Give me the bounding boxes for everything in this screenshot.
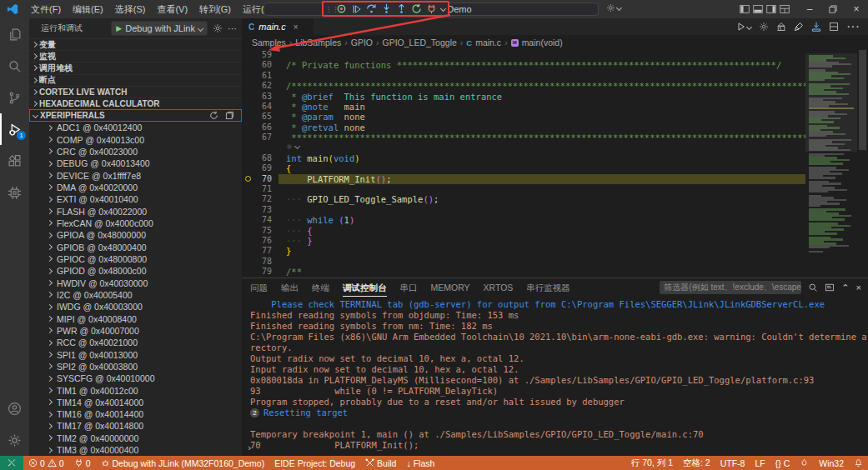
editor-more-actions[interactable]: ··· <box>846 19 860 34</box>
breadcrumb-file[interactable]: main.c <box>475 38 501 48</box>
code-line-63[interactable]: 63 * @brief This function is main entran… <box>242 92 805 102</box>
step-over-button[interactable] <box>364 3 379 15</box>
flash-download-icon[interactable] <box>811 22 821 32</box>
open-window-icon[interactable] <box>225 111 234 120</box>
remote-indicator[interactable]: ⤬ <box>0 456 23 470</box>
peripheral-item[interactable]: TIM16 @ 0x40014400 <box>29 408 242 420</box>
breadcrumb-item[interactable]: GPIO_LED_Toggle <box>383 38 457 48</box>
debug-console[interactable]: Please check TERMINAL tab (gdb-server) f… <box>242 297 868 456</box>
sidebar-more-actions[interactable]: ··· <box>228 23 237 33</box>
panel-tab-调试控制台[interactable]: 调试控制台 <box>343 278 387 297</box>
code-line-74[interactable]: 74··· while (1) <box>242 215 805 225</box>
section-变量[interactable]: 变量 <box>29 38 242 50</box>
code-line-69[interactable]: 69{ <box>242 163 805 173</box>
peripheral-item[interactable]: RCC @ 0x40021000 <box>29 337 242 348</box>
breadcrumb-symbol[interactable]: main(void) <box>522 38 563 48</box>
refresh-icon[interactable] <box>209 111 218 120</box>
toggle-panel-icon[interactable] <box>753 4 763 14</box>
restore-button[interactable] <box>821 0 845 18</box>
peripheral-item[interactable]: EXTI @ 0x40010400 <box>29 193 242 205</box>
task-gear-icon[interactable] <box>759 22 769 32</box>
panel-tab-串行监视器[interactable]: 串行监视器 <box>526 278 570 297</box>
console-input-prompt[interactable]: › <box>247 442 253 453</box>
peripheral-item[interactable]: TIM14 @ 0x40014000 <box>29 397 242 408</box>
maximize-panel-icon[interactable]: ⌃ <box>841 282 849 293</box>
clean-brush-icon[interactable] <box>794 22 804 32</box>
extensions-icon[interactable] <box>0 145 29 177</box>
run-or-debug-button[interactable] <box>736 22 751 32</box>
launch-settings-gear-icon[interactable] <box>213 23 223 33</box>
minimap[interactable] <box>805 50 857 278</box>
console-view-icon[interactable] <box>825 282 835 292</box>
peripheral-item[interactable]: TIM17 @ 0x40014800 <box>29 420 242 432</box>
panel-tab-XRTOS[interactable]: XRTOS <box>484 278 514 297</box>
section-CORTEX LIVE WATCH[interactable]: CORTEX LIVE WATCH <box>29 86 242 98</box>
section-监视[interactable]: 监视 <box>29 50 242 62</box>
code-line-76[interactable]: 76··· } <box>242 236 805 246</box>
peripheral-item[interactable]: SYSCFG @ 0x40010000 <box>29 372 242 384</box>
minimap-slider[interactable] <box>805 53 857 152</box>
panel-tab-MEMORY[interactable]: MEMORY <box>431 278 470 297</box>
peripheral-item[interactable]: TIM1 @ 0x40012c00 <box>29 384 242 396</box>
section-调用堆栈[interactable]: 调用堆栈 <box>29 62 242 73</box>
debug-config-dropdown[interactable]: ▶ Debug with JLink <box>111 21 208 36</box>
menu-编辑(E)[interactable]: 编辑(E) <box>67 0 109 18</box>
toggle-sidebar-icon[interactable] <box>740 4 750 14</box>
tab-main-c[interactable]: C main.c × <box>242 18 314 35</box>
breadcrumb-item[interactable]: LibSamples <box>295 38 341 48</box>
customize-layout-icon[interactable] <box>780 4 790 14</box>
panel-tab-串口[interactable]: 串口 <box>400 278 418 297</box>
code-line-67[interactable]: 67 *************************************… <box>242 132 805 142</box>
section-HEXADECIMAL CALCULATOR[interactable]: HEXADECIMAL CALCULATOR <box>29 98 242 109</box>
code-line-62[interactable]: 62/*************************************… <box>242 81 805 91</box>
code-line-77[interactable]: 77} <box>242 246 805 256</box>
code-line-64[interactable]: 64 * @note main <box>242 102 805 112</box>
peripheral-item[interactable]: HWDIV @ 0x40030000 <box>29 277 242 288</box>
code-line-61[interactable]: 61 <box>242 71 805 81</box>
menu-文件(F)[interactable]: 文件(F) <box>25 0 67 18</box>
peripheral-item[interactable]: GPIOD @ 0x48000c00 <box>29 265 242 277</box>
close-tab-icon[interactable]: × <box>294 22 299 32</box>
platform-status[interactable]: Win32 <box>814 456 849 470</box>
serial-port-status[interactable]: 0 <box>69 456 96 470</box>
start-debug-icon[interactable]: ▶ <box>116 24 122 32</box>
notifications-bell-icon[interactable] <box>849 456 868 470</box>
code-line-75[interactable]: 75··· { <box>242 226 805 236</box>
settings-gear-icon[interactable] <box>0 424 29 456</box>
code-line-60[interactable]: 60/* Private functions *****************… <box>242 60 805 70</box>
section-断点[interactable]: 断点 <box>29 74 242 86</box>
language-mode-status[interactable]: {} C <box>770 456 795 470</box>
debug-session-status[interactable]: Debug with JLink (MM32F0160_Demo) <box>96 456 270 470</box>
extension-flame-icon[interactable] <box>795 456 814 470</box>
breadcrumb-item[interactable]: GPIO <box>351 38 373 48</box>
eide-chip-icon[interactable] <box>0 177 29 208</box>
peripheral-item[interactable]: GPIOC @ 0x48000800 <box>29 253 242 265</box>
code-line-71[interactable]: 71 <box>242 184 805 194</box>
breadcrumb-path[interactable]: Samples›LibSamples›GPIO›GPIO_LED_Toggle› <box>252 38 463 48</box>
step-out-button[interactable] <box>394 3 409 15</box>
code-line-65[interactable]: 65 * @param none <box>242 112 805 122</box>
build-status-button[interactable]: Build <box>360 456 401 470</box>
disconnect-button[interactable] <box>424 3 439 15</box>
account-icon[interactable] <box>0 392 29 424</box>
reset-device-button[interactable] <box>334 3 349 15</box>
codelens-row[interactable] <box>242 143 805 153</box>
menu-转到(G)[interactable]: 转到(G) <box>193 0 237 18</box>
code-line-68[interactable]: 68int main(void) <box>242 153 805 163</box>
console-filter-input[interactable]: 筛选器(例如 text、!exclude、\escape) <box>660 281 801 294</box>
peripheral-item[interactable]: TIM2 @ 0x40000000 <box>29 432 242 444</box>
toolbar-more-chevron-icon[interactable] <box>440 6 446 12</box>
toggle-secondary-sidebar-icon[interactable] <box>766 4 776 14</box>
close-panel-icon[interactable]: × <box>856 282 861 292</box>
title-gear-dropdown[interactable] <box>606 3 621 12</box>
peripheral-item[interactable]: FlexCAN @ 0x4000c000 <box>29 218 242 229</box>
editor-scrollbar[interactable] <box>857 50 868 278</box>
cursor-position-status[interactable]: 行 70, 列 1 <box>626 456 678 470</box>
indentation-status[interactable]: 空格: 2 <box>678 456 715 470</box>
menu-查看(V)[interactable]: 查看(V) <box>151 0 193 18</box>
problems-status[interactable]: 0 0 <box>23 456 69 470</box>
peripheral-item[interactable]: IWDG @ 0x40003000 <box>29 301 242 312</box>
run-and-debug-icon[interactable]: 1 <box>0 113 29 145</box>
eide-project-status[interactable]: EIDE Project: Debug <box>269 456 360 470</box>
peripheral-item[interactable]: CRC @ 0x40023000 <box>29 146 242 158</box>
